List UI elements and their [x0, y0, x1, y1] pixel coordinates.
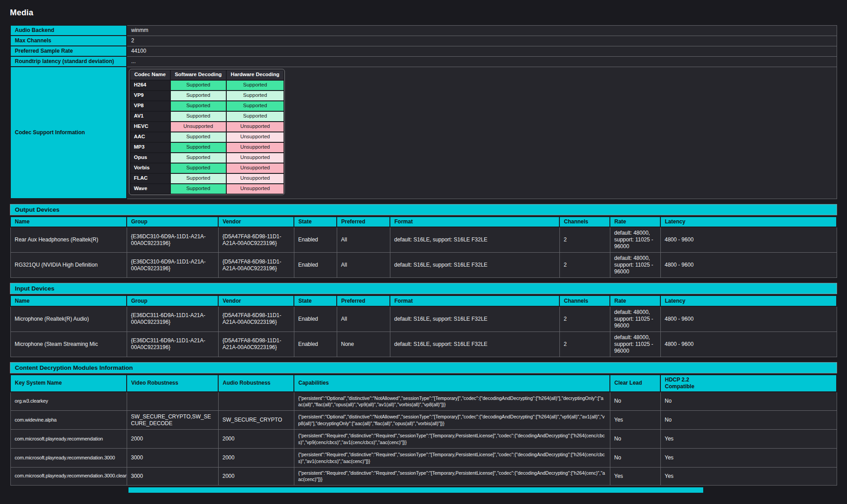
- column-header-label: Name: [15, 218, 30, 225]
- info-label: Audio Backend: [10, 25, 127, 36]
- codec-name: VP8: [130, 101, 170, 111]
- media-support-page: Media Audio BackendwinmmMax Channels2Pre…: [0, 0, 847, 504]
- software-decoding-status: Supported: [171, 143, 226, 152]
- info-label: Preferred Sample Rate: [10, 46, 127, 56]
- codec-row: VP9SupportedSupported: [130, 91, 284, 100]
- header-row: NameGroupVendorStatePreferredFormatChann…: [10, 217, 837, 227]
- software-decoding-status: Supported: [171, 132, 226, 142]
- codec-row: HEVCUnsupportedUnsupported: [130, 122, 284, 132]
- hardware-decoding-status: Unsupported: [227, 163, 284, 173]
- software-decoding-status: Supported: [171, 91, 226, 100]
- column-header-group: Group: [127, 295, 218, 306]
- cdm-table: Key System NameVideo RobustnessAudio Rob…: [10, 374, 837, 486]
- codec-name: AV1: [130, 112, 170, 121]
- cell-video-robustness: 2000: [127, 430, 218, 449]
- codec-name: Opus: [130, 153, 170, 163]
- column-header-label: State: [298, 218, 311, 225]
- cell-audio-robustness: 2000: [218, 468, 294, 485]
- codec-support-label: Codec Support Information: [10, 67, 127, 199]
- codec-row: WaveSupportedUnsupported: [130, 184, 284, 194]
- codec-row: OpusSupportedUnsupported: [130, 153, 284, 163]
- column-header-label: Preferred: [341, 218, 365, 225]
- info-label: Max Channels: [10, 36, 127, 46]
- column-header-key-system-name: Key System Name: [10, 375, 127, 392]
- column-header-preferred: Preferred: [337, 217, 390, 227]
- column-header-hdcp-2-2-compatible: HDCP 2.2 Compatible: [660, 375, 837, 392]
- cell-vendor: {D5A47FA8-6D98-11D1-A21A-00A0C9223196}: [218, 331, 294, 357]
- table-row: com.microsoft.playready.recommendation.3…: [10, 449, 837, 468]
- cell-key-system-name: com.microsoft.playready.recommendation.3…: [10, 468, 127, 485]
- cell-rate: default: 48000, support: 11025 - 96000: [610, 227, 660, 253]
- column-header-rate: Rate: [610, 295, 660, 306]
- codec-table-body: H264SupportedSupportedVP9SupportedSuppor…: [130, 81, 284, 194]
- cell-name: Microphone (Realtek(R) Audio): [10, 306, 127, 332]
- codec-name: Vorbis: [130, 163, 170, 173]
- codec-column-header: Software Decoding: [171, 70, 226, 80]
- table-row: RG321QU (NVIDIA High Definition{E36DC310…: [10, 253, 837, 278]
- codec-name: H264: [130, 81, 170, 90]
- table-row: Microphone (Realtek(R) Audio){E36DC311-6…: [10, 306, 837, 332]
- cell-state: Enabled: [294, 306, 337, 332]
- codec-support-table: Codec NameSoftware DecodingHardware Deco…: [129, 69, 284, 195]
- hardware-decoding-status: Unsupported: [227, 174, 284, 183]
- cell-state: Enabled: [294, 253, 337, 278]
- codec-table-head: Codec NameSoftware DecodingHardware Deco…: [130, 70, 284, 80]
- hardware-decoding-status: Supported: [227, 112, 284, 121]
- cell-capabilities: {"persistent":"Optional","distinctive":"…: [294, 411, 610, 430]
- column-header-format: Format: [390, 217, 559, 227]
- cell-group: {E36DC310-6D9A-11D1-A21A-00A0C9223196}: [127, 253, 218, 278]
- software-decoding-status: Supported: [171, 184, 226, 194]
- column-header-label: Channels: [564, 298, 588, 304]
- cell-audio-robustness: 2000: [218, 449, 294, 468]
- column-header-label: Vendor: [223, 218, 241, 225]
- section-header-input-devices: Input Devices: [10, 283, 837, 294]
- cell-latency: 4800 - 9600: [660, 253, 837, 278]
- hardware-decoding-status: Supported: [227, 91, 284, 100]
- cell-vendor: {D5A47FA8-6D98-11D1-A21A-00A0C9223196}: [218, 227, 294, 253]
- cell-key-system-name: com.microsoft.playready.recommendation.3…: [10, 449, 127, 468]
- codec-name: MP3: [130, 143, 170, 152]
- input-devices-table: NameGroupVendorStatePreferredFormatChann…: [10, 295, 837, 357]
- codec-name: FLAC: [130, 174, 170, 183]
- cell-video-robustness: SW_SECURE_CRYPTO,SW_SECURE_DECODE: [127, 411, 218, 430]
- codec-row: AV1SupportedSupported: [130, 112, 284, 121]
- column-header-label: Format: [394, 298, 413, 304]
- column-header-label: Latency: [665, 218, 685, 225]
- cell-key-system-name: com.microsoft.playready.recommendation: [10, 430, 127, 449]
- codec-row: H264SupportedSupported: [130, 81, 284, 90]
- hardware-decoding-status: Unsupported: [227, 132, 284, 142]
- software-decoding-status: Supported: [171, 163, 226, 173]
- software-decoding-status: Unsupported: [171, 122, 226, 132]
- cell-video-robustness: [127, 392, 218, 411]
- page-title: Media: [10, 8, 837, 18]
- column-header-channels: Channels: [559, 217, 610, 227]
- codec-support-cell: Codec NameSoftware DecodingHardware Deco…: [127, 67, 837, 199]
- cell-channels: 2: [559, 306, 610, 332]
- software-decoding-status: Supported: [171, 101, 226, 111]
- column-header-audio-robustness: Audio Robustness: [218, 375, 294, 392]
- column-header-label: State: [298, 298, 311, 304]
- cell-state: Enabled: [294, 227, 337, 253]
- column-header-label: Rate: [614, 218, 626, 225]
- codec-row: VorbisSupportedUnsupported: [130, 163, 284, 173]
- info-value: ...: [127, 56, 837, 67]
- cell-preferred: All: [337, 253, 390, 278]
- cell-hdcp-2-2-compatible: Yes: [660, 468, 837, 485]
- codec-name: VP9: [130, 91, 170, 100]
- codec-row: MP3SupportedUnsupported: [130, 143, 284, 152]
- cell-name: Microphone (Steam Streaming Mic: [10, 331, 127, 357]
- header-row: Key System NameVideo RobustnessAudio Rob…: [10, 375, 837, 392]
- column-header-label: Capabilities: [298, 380, 329, 386]
- column-header-vendor: Vendor: [218, 217, 294, 227]
- column-header-label: Clear Lead: [614, 380, 642, 386]
- header-row: NameGroupVendorStatePreferredFormatChann…: [10, 295, 837, 306]
- software-decoding-status: Supported: [171, 112, 226, 121]
- info-label: Roundtrip latency (standard deviation): [10, 56, 127, 67]
- codec-header-row: Codec NameSoftware DecodingHardware Deco…: [130, 70, 284, 80]
- cell-rate: default: 48000, support: 11025 - 96000: [610, 306, 660, 332]
- cell-audio-robustness: [218, 392, 294, 411]
- codec-row: AACSupportedUnsupported: [130, 132, 284, 142]
- column-header-rate: Rate: [610, 217, 660, 227]
- cell-audio-robustness: 2000: [218, 430, 294, 449]
- column-header-capabilities: Capabilities: [294, 375, 610, 392]
